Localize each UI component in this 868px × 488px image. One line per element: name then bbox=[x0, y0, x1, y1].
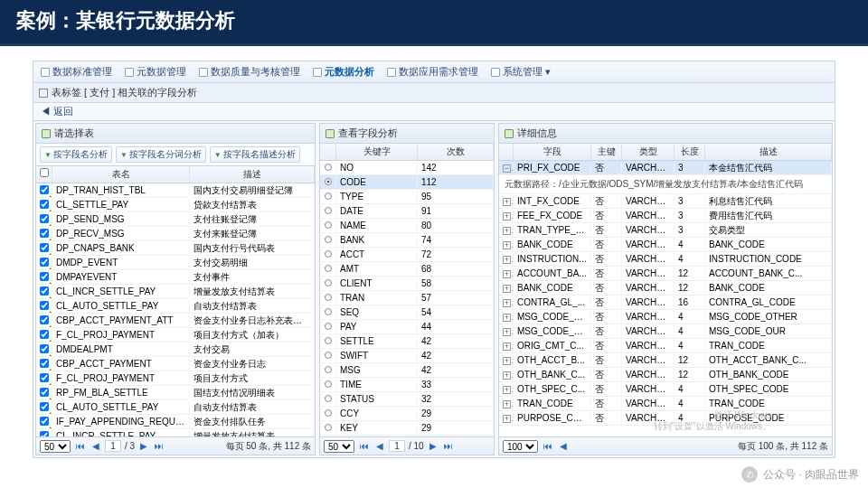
row-checkbox[interactable] bbox=[40, 301, 49, 310]
row-radio[interactable] bbox=[320, 249, 336, 260]
page-number[interactable]: 1 bbox=[105, 440, 121, 452]
table-row[interactable]: +OTH_BANK_C...否VARCHA...12OTH_BANK_CODE bbox=[499, 368, 832, 382]
table-row[interactable]: CCY29 bbox=[320, 407, 494, 421]
table-row[interactable]: TRAN57 bbox=[320, 291, 494, 305]
table-row[interactable]: +MSG_CODE_O...否VARCHA...4MSG_CODE_OUR bbox=[499, 324, 832, 339]
row-checkbox[interactable] bbox=[40, 258, 49, 267]
menu-item[interactable]: 数据质量与考核管理 bbox=[199, 65, 300, 79]
table-row[interactable]: CODE112 bbox=[320, 175, 494, 190]
first-page-button[interactable]: ⏮ bbox=[74, 441, 87, 451]
table-row[interactable]: NAME80 bbox=[320, 219, 494, 233]
table-row[interactable]: +TRAN_CODE否VARCHA...4TRAN_CODE bbox=[499, 397, 832, 411]
table-row[interactable]: AMT68 bbox=[320, 262, 494, 277]
table-row[interactable]: SEQ54 bbox=[320, 305, 494, 320]
first-page-button[interactable]: ⏮ bbox=[542, 441, 554, 451]
expand-button[interactable]: + bbox=[499, 254, 514, 265]
table-row[interactable]: +BANK_CODE否VARCHA...4BANK_CODE bbox=[499, 238, 832, 252]
table-row[interactable]: CL_AUTO_SETTLE_PAY自动支付结算表 bbox=[36, 299, 315, 314]
row-checkbox[interactable] bbox=[40, 185, 49, 194]
row-checkbox[interactable] bbox=[40, 344, 49, 353]
menu-item[interactable]: 元数据分析 bbox=[313, 65, 374, 79]
row-radio[interactable] bbox=[320, 393, 336, 405]
last-page-button[interactable]: ⏭ bbox=[153, 441, 165, 451]
row-checkbox[interactable] bbox=[40, 286, 49, 296]
row-checkbox[interactable] bbox=[40, 359, 49, 368]
next-page-button[interactable]: ▶ bbox=[138, 441, 149, 451]
table-row[interactable]: DP_CNAPS_BANK国内支付行号代码表 bbox=[36, 241, 315, 256]
row-checkbox[interactable] bbox=[40, 214, 49, 223]
table-row[interactable]: KEY29 bbox=[320, 421, 494, 436]
table-row[interactable]: −PRI_FX_CODE否VARCHA...3本金结售汇代码 bbox=[499, 161, 832, 175]
table-row[interactable]: BANK74 bbox=[320, 233, 494, 248]
row-radio[interactable] bbox=[320, 350, 336, 361]
row-radio[interactable] bbox=[320, 321, 336, 333]
last-page-button[interactable]: ⏭ bbox=[442, 441, 455, 451]
table-row[interactable]: TIME33 bbox=[320, 378, 494, 392]
prev-page-button[interactable]: ◀ bbox=[558, 441, 569, 451]
row-checkbox[interactable] bbox=[40, 373, 49, 382]
row-checkbox[interactable] bbox=[40, 272, 49, 281]
table-row[interactable]: CL_INCR_SETTLE_PAY增量发放支付结算表 bbox=[36, 285, 315, 299]
expand-button[interactable]: + bbox=[499, 413, 514, 424]
table-row[interactable]: +ORIG_CMT_C...否VARCHA...4TRAN_CODE bbox=[499, 339, 832, 353]
row-checkbox[interactable] bbox=[40, 315, 49, 324]
expand-button[interactable]: + bbox=[499, 297, 514, 308]
expand-button[interactable]: + bbox=[499, 384, 514, 395]
menu-item[interactable]: 元数据管理 bbox=[125, 65, 186, 79]
page-size-select[interactable]: 50 bbox=[40, 440, 71, 453]
table-row[interactable]: +MSG_CODE_O...否VARCHA...4MSG_CODE_OTHER bbox=[499, 310, 832, 324]
row-checkbox[interactable] bbox=[40, 402, 49, 411]
row-radio[interactable] bbox=[320, 292, 336, 304]
expand-button[interactable]: + bbox=[499, 399, 514, 409]
table-row[interactable]: +OTH_SPEC_C...否VARCHA...4OTH_SPEC_CODE bbox=[499, 382, 832, 397]
first-page-button[interactable]: ⏮ bbox=[358, 441, 371, 451]
table-row[interactable]: +BANK_CODE否VARCHA...12BANK_CODE bbox=[499, 281, 832, 296]
table-row[interactable]: ACCT72 bbox=[320, 248, 494, 262]
expand-button[interactable]: − bbox=[499, 163, 514, 174]
table-row[interactable]: RP_FM_BLA_SETTLE国结支付情况明细表 bbox=[36, 386, 315, 400]
expand-button[interactable]: + bbox=[499, 341, 514, 352]
table-row[interactable]: SWIFT42 bbox=[320, 349, 494, 363]
table-row[interactable]: DP_RECV_MSG支付来账登记簿 bbox=[36, 227, 315, 241]
table-row[interactable]: NO142 bbox=[320, 161, 494, 175]
table-row[interactable]: IF_PAY_APPENDING_REQUEST资金支付排队任务 bbox=[36, 415, 315, 429]
row-radio[interactable] bbox=[320, 379, 336, 390]
row-radio[interactable] bbox=[320, 277, 336, 289]
expand-button[interactable]: + bbox=[499, 225, 514, 236]
table-row[interactable]: F_CL_PROJ_PAYMENT项目支付方式 bbox=[36, 371, 315, 386]
page-number[interactable]: 1 bbox=[389, 440, 405, 452]
row-checkbox[interactable] bbox=[40, 388, 49, 397]
expand-button[interactable]: + bbox=[499, 326, 514, 337]
table-row[interactable]: +INT_FX_CODE否VARCHA...3利息结售汇代码 bbox=[499, 194, 832, 209]
row-checkbox[interactable] bbox=[40, 229, 49, 238]
row-radio[interactable] bbox=[320, 335, 336, 347]
analyze-button[interactable]: ▼按字段名描述分析 bbox=[210, 146, 300, 163]
analyze-button[interactable]: ▼按字段名分词分析 bbox=[116, 146, 206, 163]
table-row[interactable]: +OTH_ACCT_B...否VARCHA...12OTH_ACCT_BANK_… bbox=[499, 353, 832, 368]
table-row[interactable]: DMDEALPMT支付交易 bbox=[36, 343, 315, 357]
page-size-select[interactable]: 100 bbox=[503, 440, 538, 453]
expand-button[interactable]: + bbox=[499, 283, 514, 294]
back-button[interactable]: ◀ 返回 bbox=[41, 106, 73, 117]
table-row[interactable]: CLIENT58 bbox=[320, 277, 494, 291]
row-radio[interactable] bbox=[320, 422, 336, 434]
table-row[interactable]: +FEE_FX_CODE否VARCHA...3费用结售汇代码 bbox=[499, 209, 832, 223]
row-radio[interactable] bbox=[320, 234, 336, 246]
table-row[interactable]: +ACCOUNT_BA...否VARCHA...12ACCOUNT_BANK_C… bbox=[499, 267, 832, 281]
row-checkbox[interactable] bbox=[40, 200, 49, 209]
table-row[interactable]: +TRAN_TYPE_C...否VARCHA...3交易类型 bbox=[499, 223, 832, 238]
menu-item[interactable]: 数据应用需求管理 bbox=[387, 65, 478, 79]
table-row[interactable]: CBP_ACCT_PAYMENT资金支付业务日志 bbox=[36, 357, 315, 371]
table-row[interactable]: CBP_ACCT_PAYMENT_ATT资金支付业务日志补充表（核心流… bbox=[36, 314, 315, 328]
table-row[interactable]: F_CL_PROJ_PAYMENT项目支付方式（加表） bbox=[36, 328, 315, 343]
table-row[interactable]: DP_SEND_MSG支付往账登记簿 bbox=[36, 212, 315, 227]
table-row[interactable]: +INSTRUCTION...否VARCHA...4INSTRUCTION_CO… bbox=[499, 252, 832, 267]
row-radio[interactable] bbox=[320, 263, 336, 275]
table-row[interactable]: PAY44 bbox=[320, 320, 494, 334]
prev-page-button[interactable]: ◀ bbox=[374, 441, 385, 451]
menu-item[interactable]: 数据标准管理 bbox=[41, 65, 112, 79]
table-row[interactable]: SETTLE42 bbox=[320, 334, 494, 349]
table-row[interactable]: DMDP_EVENT支付交易明细 bbox=[36, 256, 315, 270]
expand-button[interactable]: + bbox=[499, 355, 514, 366]
table-row[interactable]: CL_SETTLE_PAY贷款支付结算表 bbox=[36, 198, 315, 212]
